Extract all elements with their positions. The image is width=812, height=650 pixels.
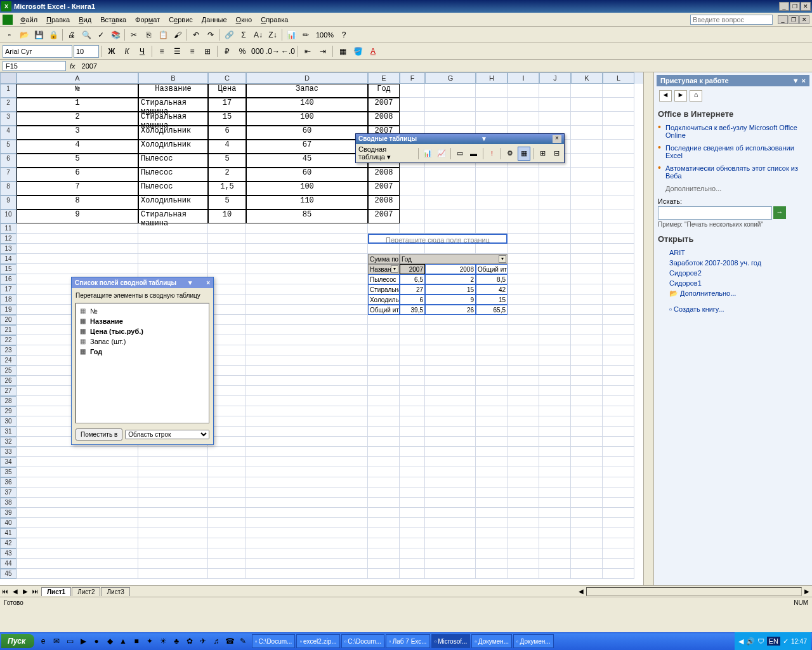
ql-mail-icon[interactable]: ✉ [50, 634, 63, 648]
tab-last-icon[interactable]: ⏭ [30, 588, 41, 595]
menu-data[interactable]: Данные [198, 15, 231, 25]
sort-asc-icon[interactable]: A↓ [251, 28, 265, 42]
doc-close-button[interactable]: ✕ [799, 15, 809, 24]
preview-icon[interactable]: 🔍 [79, 28, 93, 42]
start-button[interactable]: Пуск [1, 634, 34, 648]
doc-minimize-button[interactable]: _ [778, 15, 788, 24]
file-link[interactable]: ARIT [657, 248, 809, 258]
link-latest[interactable]: Последние сведения об использовании Exce… [657, 143, 809, 161]
new-icon[interactable]: ▫ [3, 28, 16, 42]
align-left-icon[interactable]: ≡ [155, 44, 169, 58]
ql-app11-icon[interactable]: ☎ [223, 634, 236, 648]
menu-file[interactable]: Файл [16, 15, 41, 25]
link-more1[interactable]: Дополнительно... [657, 183, 809, 194]
save-icon[interactable]: 💾 [32, 28, 46, 42]
research-icon[interactable]: 📚 [108, 28, 122, 42]
hyperlink-icon[interactable]: 🔗 [222, 28, 236, 42]
link-connect[interactable]: Подключиться к веб-узлу Microsoft Office… [657, 123, 809, 140]
pivot-refresh-icon[interactable]: ! [485, 147, 498, 161]
font-size-select[interactable] [74, 45, 99, 58]
borders-icon[interactable]: ▦ [336, 44, 350, 58]
nav-back-icon[interactable]: ◄ [659, 90, 672, 102]
pivot-chart-icon[interactable]: 📈 [435, 147, 448, 161]
align-right-icon[interactable]: ≡ [185, 44, 199, 58]
pivot-settings-icon[interactable]: ⚙ [504, 147, 516, 161]
taskpane-dropdown-icon[interactable]: ▼ [792, 77, 799, 84]
file-more[interactable]: 📂 Дополнительно... [657, 288, 809, 299]
tray-icon[interactable]: ✓ [783, 637, 789, 646]
menu-insert[interactable]: Вставка [96, 15, 130, 25]
doc-restore-button[interactable]: ❐ [789, 15, 799, 24]
formula-input[interactable]: 2007 [79, 62, 812, 70]
pivot-ungroup-icon[interactable]: ⊟ [550, 147, 563, 161]
menu-window[interactable]: Окно [232, 15, 256, 25]
pivot-hide-icon[interactable]: ▭ [454, 147, 466, 161]
font-color-icon[interactable]: A [366, 44, 380, 58]
italic-icon[interactable]: К [120, 44, 134, 58]
ql-app8-icon[interactable]: ✿ [183, 634, 196, 648]
pivot-group-icon[interactable]: ⊞ [536, 147, 549, 161]
pivot-wizard-icon[interactable]: 📊 [421, 147, 434, 161]
pivot-menu[interactable]: Сводная таблица ▾ [357, 145, 416, 161]
currency-icon[interactable]: ₽ [220, 44, 234, 58]
undo-icon[interactable]: ↶ [189, 28, 203, 42]
help-icon[interactable]: ? [337, 28, 351, 42]
ql-app12-icon[interactable]: ✎ [237, 634, 249, 648]
pivot-field-icon[interactable]: ▦ [518, 147, 530, 161]
hscroll-right-icon[interactable]: ▶ [802, 588, 812, 595]
file-link[interactable]: Заработок 2007-2008 уч. год [657, 258, 809, 268]
pivot-toolbar-title[interactable]: Сводные таблицы ▼ × [356, 134, 564, 144]
copy-icon[interactable]: ⎘ [141, 28, 155, 42]
fieldlist-item[interactable]: Запас (шт.) [79, 336, 206, 347]
nav-forward-icon[interactable]: ► [674, 90, 687, 102]
search-go-button[interactable]: → [773, 206, 786, 219]
ql-app9-icon[interactable]: ✈ [197, 634, 209, 648]
tray-icon[interactable]: 🔊 [746, 637, 755, 646]
sheet-tab-3[interactable]: Лист3 [101, 587, 129, 596]
fieldlist-item[interactable]: Цена (тыс.руб.) [79, 326, 206, 336]
drawing-icon[interactable]: ✏ [299, 28, 313, 42]
taskbar-item[interactable]: ▫Лаб 7 Exc... [386, 634, 430, 648]
inc-indent-icon[interactable]: ⇥ [316, 44, 330, 58]
chart-icon[interactable]: 📊 [284, 28, 298, 42]
zoom-select[interactable]: 100% [313, 31, 336, 39]
file-link[interactable]: Сидоров1 [657, 278, 809, 288]
ql-app2-icon[interactable]: ◆ [103, 634, 116, 648]
fieldlist-item[interactable]: Название [79, 316, 206, 326]
fieldlist-dropdown-icon[interactable]: ▼ [187, 279, 193, 286]
pivot-field-list[interactable]: Список полей сводной таблицы ▼ × Перетащ… [71, 277, 214, 445]
pivot-toolbar-close-icon[interactable]: × [553, 135, 561, 143]
search-input[interactable] [658, 206, 772, 220]
bold-icon[interactable]: Ж [105, 44, 119, 58]
fieldlist-title[interactable]: Список полей сводной таблицы ▼ × [72, 277, 213, 288]
menu-edit[interactable]: Правка [43, 15, 74, 25]
dec-indent-icon[interactable]: ⇤ [301, 44, 315, 58]
cut-icon[interactable]: ✂ [127, 28, 141, 42]
hscroll-left-icon[interactable]: ◀ [576, 588, 586, 595]
ql-app1-icon[interactable]: ● [90, 634, 103, 648]
create-workbook[interactable]: ▫ Создать книгу... [657, 304, 809, 314]
tab-next-icon[interactable]: ▶ [20, 588, 30, 595]
ql-app5-icon[interactable]: ✦ [143, 634, 156, 648]
close-button[interactable]: ✕ [801, 2, 811, 11]
print-icon[interactable]: 🖨 [65, 28, 79, 42]
taskbar-item[interactable]: ▫C:\Docum... [341, 634, 384, 648]
pivot-toolbar-dropdown-icon[interactable]: ▼ [481, 135, 487, 143]
vscrollbar[interactable] [643, 72, 653, 585]
ql-desktop-icon[interactable]: ▭ [63, 634, 76, 648]
link-autoUpdate[interactable]: Автоматически обновлять этот список из В… [657, 163, 809, 181]
open-icon[interactable]: 📂 [17, 28, 31, 42]
tab-prev-icon[interactable]: ◀ [10, 588, 20, 595]
tray-lang[interactable]: EN [767, 637, 780, 646]
tab-first-icon[interactable]: ⏮ [0, 588, 10, 595]
fieldlist-close-icon[interactable]: × [206, 279, 210, 286]
taskbar-item[interactable]: ▫Докумен... [471, 634, 512, 648]
tray-clock[interactable]: 12:47 [791, 638, 807, 645]
fill-color-icon[interactable]: 🪣 [351, 44, 365, 58]
pivot-show-icon[interactable]: ▬ [468, 147, 480, 161]
ql-app4-icon[interactable]: ■ [130, 634, 143, 648]
tray-icon[interactable]: ◀ [738, 637, 743, 646]
ql-app6-icon[interactable]: ☀ [157, 634, 169, 648]
name-box[interactable] [3, 61, 66, 71]
percent-icon[interactable]: % [235, 44, 249, 58]
